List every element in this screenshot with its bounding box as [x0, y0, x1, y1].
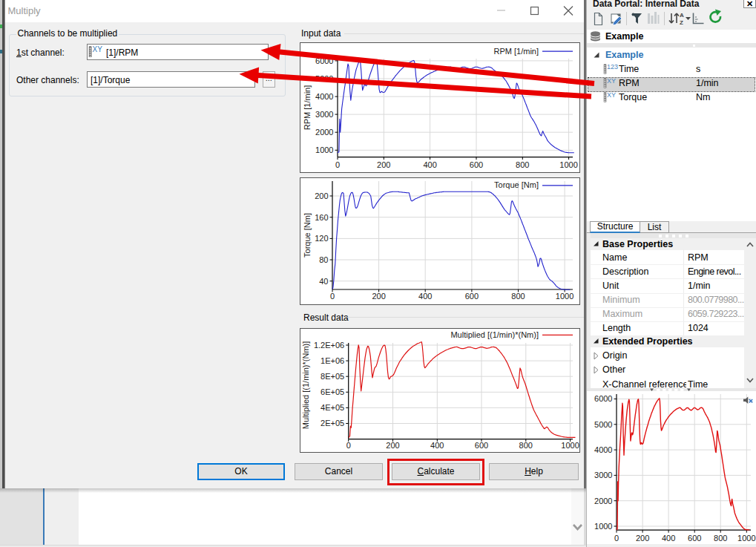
svg-text:0: 0	[330, 292, 335, 301]
svg-text:4E+05: 4E+05	[321, 403, 344, 412]
svg-text:6E+05: 6E+05	[321, 387, 344, 396]
svg-text:A: A	[680, 12, 684, 19]
svg-text:400: 400	[418, 292, 432, 301]
svg-text:Torque [Nm]: Torque [Nm]	[494, 180, 539, 189]
svg-text:0: 0	[614, 534, 619, 543]
svg-text:RPM [1/min]: RPM [1/min]	[303, 85, 312, 131]
svg-text:200: 200	[386, 441, 399, 450]
svg-text:200: 200	[636, 534, 649, 543]
svg-text:1000: 1000	[315, 145, 333, 154]
svg-text:40: 40	[319, 277, 328, 286]
svg-text:1000: 1000	[561, 441, 579, 450]
svg-text:Z: Z	[680, 19, 683, 26]
svg-text:200: 200	[315, 191, 328, 200]
svg-text:2000: 2000	[315, 128, 333, 137]
svg-text:120: 120	[315, 234, 328, 243]
svg-text:600: 600	[688, 534, 701, 543]
svg-text:0: 0	[346, 441, 351, 450]
svg-text:80: 80	[319, 255, 328, 264]
svg-text:Multiplied [(1/min)*(Nm)]: Multiplied [(1/min)*(Nm)]	[301, 341, 310, 430]
svg-text:600: 600	[475, 441, 488, 450]
svg-text:800: 800	[511, 292, 525, 301]
svg-text:6000: 6000	[594, 394, 612, 403]
svg-text:160: 160	[315, 213, 328, 222]
svg-text:5000: 5000	[594, 420, 612, 429]
svg-text:XY: XY	[92, 45, 102, 53]
svg-text:Torque [Nm]: Torque [Nm]	[303, 213, 312, 258]
svg-text:XY: XY	[607, 77, 616, 85]
svg-text:800: 800	[714, 534, 727, 543]
svg-text:3000: 3000	[315, 110, 333, 119]
svg-text:1000: 1000	[594, 522, 612, 531]
svg-text:1.2E+06: 1.2E+06	[314, 341, 344, 350]
svg-text:XY: XY	[607, 91, 616, 99]
svg-text:800: 800	[516, 160, 529, 169]
svg-text:2000: 2000	[594, 497, 612, 505]
svg-text:6000: 6000	[315, 56, 333, 65]
svg-text:400: 400	[662, 534, 675, 543]
svg-text:4000: 4000	[315, 92, 333, 101]
svg-text:3000: 3000	[594, 471, 612, 479]
svg-text:8E+05: 8E+05	[321, 372, 344, 381]
svg-text:Multiplied [(1/min)*(Nm)]: Multiplied [(1/min)*(Nm)]	[450, 330, 539, 339]
svg-text:600: 600	[465, 292, 479, 301]
svg-text:1000: 1000	[737, 534, 755, 543]
svg-text:200: 200	[372, 292, 385, 301]
svg-text:800: 800	[519, 441, 533, 450]
svg-text:RPM [1/min]: RPM [1/min]	[493, 47, 539, 56]
svg-text:1000: 1000	[559, 160, 577, 169]
svg-text:600: 600	[470, 160, 483, 169]
svg-text:200: 200	[377, 160, 390, 169]
svg-text:1E+06: 1E+06	[321, 356, 344, 365]
svg-text:400: 400	[430, 441, 444, 450]
svg-text:2E+05: 2E+05	[321, 419, 344, 428]
svg-text:5000: 5000	[315, 74, 333, 83]
svg-text:0: 0	[335, 160, 340, 169]
svg-text:123: 123	[607, 63, 618, 71]
svg-text:400: 400	[423, 160, 436, 169]
svg-text:4000: 4000	[594, 445, 612, 454]
svg-text:1000: 1000	[556, 292, 573, 301]
